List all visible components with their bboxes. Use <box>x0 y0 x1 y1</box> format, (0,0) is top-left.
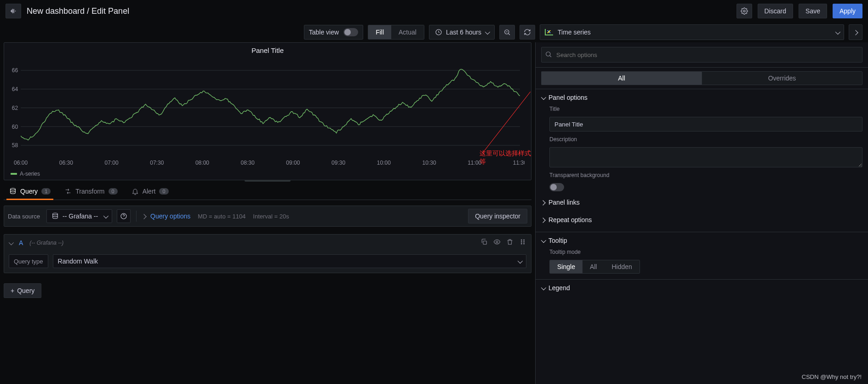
section-tooltip[interactable]: Tooltip <box>536 232 868 249</box>
datasource-select[interactable]: -- Grafana -- <box>46 209 112 223</box>
query-ref-id: A <box>19 239 23 246</box>
duplicate-query-button[interactable] <box>480 238 488 247</box>
svg-text:62: 62 <box>12 104 18 111</box>
query-inspector-button[interactable]: Query inspector <box>468 209 527 224</box>
fill-option[interactable]: Fill <box>368 25 391 39</box>
panel-title-input[interactable] <box>549 117 862 132</box>
table-view-toggle[interactable]: Table view <box>304 25 363 40</box>
chevron-down-icon <box>835 29 839 36</box>
timeseries-icon <box>545 29 553 35</box>
svg-point-33 <box>524 240 525 241</box>
actual-option[interactable]: Actual <box>391 25 424 39</box>
transparent-bg-label: Transparent background <box>549 172 862 178</box>
section-legend[interactable]: Legend <box>536 280 868 296</box>
section-panel-options[interactable]: Panel options <box>536 89 868 106</box>
options-tab-all[interactable]: All <box>541 71 702 85</box>
panel-description-textarea[interactable] <box>549 147 862 167</box>
copy-icon <box>480 238 488 246</box>
svg-text:07:00: 07:00 <box>104 160 118 166</box>
zoom-out-button[interactable] <box>499 25 515 40</box>
transform-icon <box>64 188 72 195</box>
svg-text:08:30: 08:30 <box>241 160 255 166</box>
query-interval: Interval = 20s <box>253 213 289 220</box>
svg-point-0 <box>743 10 745 12</box>
panel-preview: Panel Title 586062646606:0006:3007:0007:… <box>4 42 531 180</box>
viz-type-label: Time series <box>558 29 591 36</box>
add-query-label: Query <box>17 287 34 294</box>
tab-count: 0 <box>108 188 118 195</box>
discard-button[interactable]: Discard <box>758 4 793 18</box>
section-panel-links[interactable]: Panel links <box>541 196 862 209</box>
tab-label: Alert <box>143 188 156 195</box>
tooltip-mode-single[interactable]: Single <box>550 260 582 273</box>
add-query-button[interactable]: + Query <box>4 283 41 298</box>
svg-text:66: 66 <box>12 67 18 74</box>
tab-transform[interactable]: Transform 0 <box>63 188 118 200</box>
fill-actual-group: Fill Actual <box>368 25 424 40</box>
options-tab-overrides[interactable]: Overrides <box>702 71 862 85</box>
chevron-down-icon <box>541 284 545 292</box>
query-type-select[interactable]: Random Walk <box>53 254 526 268</box>
legend-swatch <box>11 173 17 175</box>
back-button[interactable] <box>6 4 21 18</box>
query-type-value: Random Walk <box>58 258 98 265</box>
divider <box>136 211 137 222</box>
svg-text:06:00: 06:00 <box>14 160 28 166</box>
query-datasource: (-- Grafana --) <box>29 240 63 246</box>
query-options-link[interactable]: Query options <box>150 212 190 220</box>
svg-point-31 <box>521 241 522 242</box>
grip-icon <box>519 238 526 246</box>
chevron-down-icon <box>541 94 545 101</box>
datasource-help[interactable] <box>117 209 131 223</box>
tab-query[interactable]: Query 1 <box>8 188 51 200</box>
svg-point-25 <box>11 188 16 190</box>
apply-button[interactable]: Apply <box>833 4 862 18</box>
svg-point-32 <box>521 243 522 244</box>
svg-rect-28 <box>483 241 486 244</box>
chevron-down-icon <box>103 212 107 220</box>
tooltip-mode-all[interactable]: All <box>582 260 605 273</box>
toggle-query-visibility-button[interactable] <box>493 238 501 247</box>
resize-handle[interactable] <box>245 180 291 182</box>
drag-query-handle[interactable] <box>519 238 526 247</box>
svg-text:58: 58 <box>12 142 18 149</box>
gear-icon <box>741 7 748 15</box>
settings-button[interactable] <box>737 4 752 18</box>
time-range-picker[interactable]: Last 6 hours <box>429 25 495 40</box>
toggle-icon <box>343 28 358 36</box>
chevron-down-icon[interactable] <box>9 239 12 246</box>
refresh-button[interactable] <box>520 25 535 40</box>
svg-text:08:00: 08:00 <box>195 160 209 166</box>
options-tabs: All Overrides <box>536 68 868 89</box>
time-series-chart[interactable]: 586062646606:0006:3007:0007:3008:0008:30… <box>7 58 525 169</box>
viz-type-picker[interactable]: Time series <box>540 24 844 40</box>
delete-query-button[interactable] <box>506 238 514 247</box>
search-options-input[interactable] <box>541 47 862 63</box>
tooltip-mode-hidden[interactable]: Hidden <box>604 260 639 273</box>
search-icon <box>545 51 552 59</box>
svg-text:10:30: 10:30 <box>422 160 436 166</box>
save-button[interactable]: Save <box>799 4 827 18</box>
svg-text:06:30: 06:30 <box>59 160 73 166</box>
tooltip-mode-group: SingleAllHidden <box>549 260 640 274</box>
transparent-bg-toggle[interactable] <box>549 183 564 191</box>
legend-series-label: A-series <box>20 171 40 177</box>
tab-count: 0 <box>159 188 168 195</box>
collapse-sidepane-button[interactable] <box>849 24 862 40</box>
tab-alert[interactable]: Alert 0 <box>131 188 170 200</box>
query-type-label: Query type <box>9 254 48 268</box>
database-icon <box>9 188 17 195</box>
page-title: New dashboard / Edit Panel <box>27 6 129 16</box>
refresh-icon <box>524 29 531 36</box>
title-label: Title <box>549 106 862 112</box>
trash-icon <box>506 238 514 246</box>
datasource-label: Data source <box>8 213 42 220</box>
legend: A-series <box>4 170 531 180</box>
section-repeat-options[interactable]: Repeat options <box>541 213 862 226</box>
arrow-left-icon <box>10 7 17 15</box>
chevron-right-icon <box>541 199 545 206</box>
tab-label: Transform <box>75 188 104 195</box>
eye-icon <box>493 238 501 246</box>
chevron-down-icon <box>485 29 489 36</box>
svg-point-36 <box>546 52 550 56</box>
